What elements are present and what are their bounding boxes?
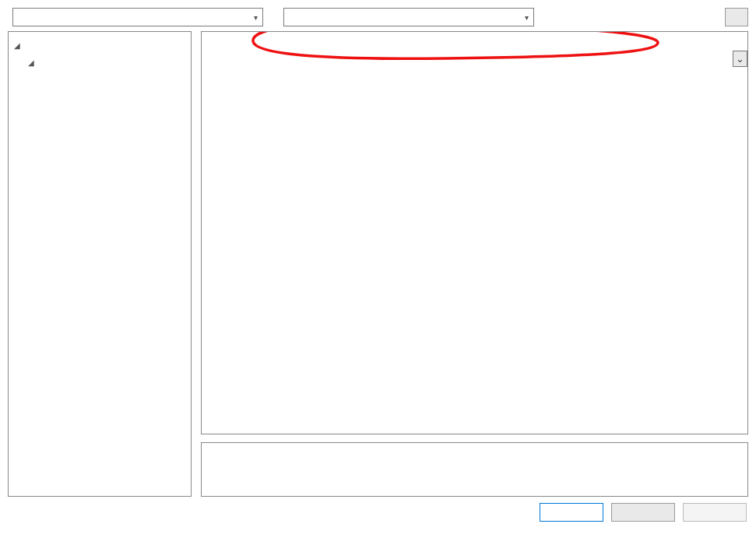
tree-ccpp[interactable]: ◢: [9, 54, 191, 71]
dialog-footer: [0, 497, 756, 522]
nav-tree[interactable]: ◢ ◢: [8, 31, 192, 497]
description-panel: [201, 442, 748, 497]
ok-button[interactable]: [540, 503, 603, 522]
config-manager-button[interactable]: [725, 8, 748, 26]
chevron-down-icon: ⌄: [736, 53, 744, 65]
tree-root[interactable]: ◢: [9, 37, 191, 54]
top-toolbar: ▾ ▾: [0, 0, 756, 31]
property-grid[interactable]: ⌄: [201, 31, 748, 434]
chevron-down-icon: ▾: [525, 13, 529, 22]
cancel-button[interactable]: [611, 503, 675, 522]
expand-collapse-icon[interactable]: ◢: [12, 41, 23, 50]
config-combo[interactable]: ▾: [12, 8, 263, 26]
chevron-down-icon: ▾: [254, 13, 258, 22]
dropdown-button[interactable]: ⌄: [733, 51, 747, 67]
apply-button[interactable]: [683, 503, 747, 522]
expand-collapse-icon[interactable]: ◢: [26, 58, 37, 67]
platform-combo[interactable]: ▾: [283, 8, 534, 26]
